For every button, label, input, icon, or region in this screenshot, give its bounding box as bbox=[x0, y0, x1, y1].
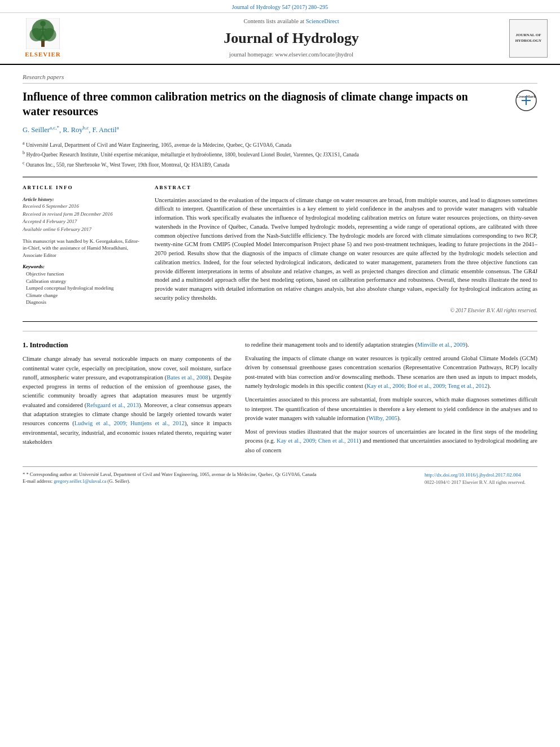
accepted-date: Accepted 4 February 2017 bbox=[23, 218, 141, 225]
article-title-text: Influence of three common calibration me… bbox=[23, 90, 468, 117]
article-info-title: ARTICLE INFO bbox=[23, 184, 141, 191]
intro-title: Introduction bbox=[30, 341, 68, 349]
crossmark-logo: CrossMark bbox=[515, 89, 537, 112]
cite-kay-boe-teng[interactable]: Kay et al., 2006; Boé et al., 2009; Teng… bbox=[367, 383, 488, 389]
elsevier-logo-area: ELSEVIER bbox=[9, 18, 77, 59]
intro-paragraph-4: Uncertainties associated to this process… bbox=[245, 395, 537, 423]
cite-ludwig[interactable]: Ludwig et al., 2009; Huntjens et al., 20… bbox=[75, 420, 185, 426]
svg-point-5 bbox=[40, 21, 46, 27]
intro-paragraph-1: Climate change already has several notic… bbox=[23, 355, 231, 447]
elsevier-logo: ELSEVIER bbox=[25, 18, 61, 59]
author-roy: R. Roy bbox=[63, 126, 82, 134]
author-anctil: F. Anctil bbox=[93, 126, 117, 134]
author-seiller: G. Seiller bbox=[23, 126, 50, 134]
intro-paragraph-2: to redefine their management tools and t… bbox=[245, 340, 537, 350]
homepage-line: journal homepage: www.elsevier.com/locat… bbox=[77, 51, 506, 59]
footer-area: * * Corresponding author at: Université … bbox=[23, 466, 537, 486]
email-link[interactable]: gregory.seiller.1@ulaval.ca bbox=[54, 478, 106, 484]
contents-available-line: Contents lists available at ScienceDirec… bbox=[77, 18, 506, 26]
svg-point-3 bbox=[29, 28, 43, 41]
science-direct-link[interactable]: ScienceDirect bbox=[306, 18, 339, 24]
abstract-column: ABSTRACT Uncertainties associated to the… bbox=[155, 184, 537, 314]
journal-citation: Journal of Hydrology 547 (2017) 280–295 bbox=[232, 4, 328, 10]
affil-c-text: Ouranos Inc., 550, rue Sherbrooke W., We… bbox=[26, 162, 230, 168]
article-info-column: ARTICLE INFO Article history: Received 6… bbox=[23, 184, 141, 314]
journal-header-center: Contents lists available at ScienceDirec… bbox=[77, 18, 506, 59]
main-content: Research papers Influence of three commo… bbox=[0, 65, 560, 495]
svg-point-4 bbox=[43, 28, 56, 41]
cite-refsgaard[interactable]: Refsgaard et al., 2013 bbox=[86, 402, 139, 408]
journal-logo-text: JOURNAL OFHYDROLOGY bbox=[515, 33, 542, 44]
affil-b-text: Hydro-Quebec Research Institute, Unité e… bbox=[26, 152, 358, 158]
cite-kay-chen[interactable]: Kay et al., 2009; Chen et al., 2011 bbox=[277, 438, 359, 444]
section-label: Research papers bbox=[23, 73, 537, 84]
affiliation-c: c Ouranos Inc., 550, rue Sherbrooke W., … bbox=[23, 160, 537, 169]
cite-bates[interactable]: Bates et al., 2008 bbox=[167, 374, 208, 381]
revised-date: Received in revised form 28 December 201… bbox=[23, 211, 141, 218]
corresponding-note: * * Corresponding author at: Université … bbox=[23, 471, 413, 478]
issn-text: 0022-1694/© 2017 Elsevier B.V. All right… bbox=[425, 479, 537, 486]
journal-header: ELSEVIER Contents lists available at Sci… bbox=[0, 13, 560, 65]
cite-wilby[interactable]: Wilby, 2005 bbox=[369, 415, 397, 421]
footnote-block: * * Corresponding author at: Université … bbox=[23, 471, 413, 485]
journal-logo-area: JOURNAL OFHYDROLOGY bbox=[506, 19, 551, 58]
available-date: Available online 6 February 2017 bbox=[23, 226, 141, 233]
email-footnote: E-mail address: gregory.seiller.1@ulaval… bbox=[23, 478, 413, 485]
elsevier-tree-icon bbox=[26, 18, 60, 49]
journal-logo: JOURNAL OFHYDROLOGY bbox=[509, 19, 548, 58]
history-label: Article history: bbox=[23, 196, 141, 203]
affiliation-a: a Université Laval, Department of Civil … bbox=[23, 140, 537, 149]
affiliations-block: a Université Laval, Department of Civil … bbox=[23, 140, 537, 169]
abstract-text: Uncertainties associated to the evaluati… bbox=[155, 196, 537, 303]
article-info-abstract-section: ARTICLE INFO Article history: Received 6… bbox=[23, 177, 537, 322]
section-divider bbox=[23, 331, 537, 331]
intro-heading: 1. Introduction bbox=[23, 340, 231, 351]
editor-note: This manuscript was handled by K. Georga… bbox=[23, 238, 141, 259]
footer-right: http://dx.doi.org/10.1016/j.jhydrol.2017… bbox=[425, 471, 537, 486]
keyword-4: Climate change bbox=[26, 292, 141, 299]
doi-link[interactable]: http://dx.doi.org/10.1016/j.jhydrol.2017… bbox=[425, 471, 537, 479]
introduction-right-column: to redefine their management tools and t… bbox=[245, 340, 537, 460]
keyword-2: Calibration strategy bbox=[26, 278, 141, 285]
keyword-1: Objective function bbox=[26, 270, 141, 278]
authors-line: G. Seillera,c,*, R. Royb,c, F. Anctila bbox=[23, 124, 537, 136]
received-date: Received 6 September 2016 bbox=[23, 203, 141, 210]
abstract-title: ABSTRACT bbox=[155, 184, 537, 191]
introduction-section: 1. Introduction Climate change already h… bbox=[23, 340, 537, 460]
contents-text: Contents lists available at bbox=[243, 18, 304, 24]
keywords-label: Keywords: bbox=[23, 263, 141, 270]
email-person: (G. Seiller). bbox=[107, 478, 130, 484]
homepage-text: journal homepage: www.elsevier.com/locat… bbox=[229, 51, 353, 58]
keyword-5: Diagnosis bbox=[26, 299, 141, 306]
keywords-section: Keywords: Objective function Calibration… bbox=[23, 263, 141, 306]
intro-number: 1. bbox=[23, 341, 28, 349]
affil-a-text: Université Laval, Department of Civil an… bbox=[26, 142, 291, 148]
journal-name: Journal of Hydrology bbox=[77, 28, 506, 49]
affiliation-b: b Hydro-Quebec Research Institute, Unité… bbox=[23, 150, 537, 159]
copyright-line: © 2017 Elsevier B.V. All rights reserved… bbox=[155, 307, 537, 314]
elsevier-label: ELSEVIER bbox=[25, 50, 61, 59]
corresponding-note-text: * Corresponding author at: Université La… bbox=[26, 471, 316, 477]
crossmark-icon: CrossMark bbox=[515, 89, 537, 112]
intro-paragraph-3: Evaluating the impacts of climate change… bbox=[245, 354, 537, 391]
intro-paragraph-5: Most of previous studies illustrated tha… bbox=[245, 427, 537, 455]
article-history-section: Article history: Received 6 September 20… bbox=[23, 196, 141, 233]
keyword-3: Lumped conceptual hydrological modeling bbox=[26, 285, 141, 292]
email-label: E-mail address: bbox=[23, 478, 53, 484]
article-title-block: Influence of three common calibration me… bbox=[23, 89, 537, 119]
introduction-left-column: 1. Introduction Climate change already h… bbox=[23, 340, 231, 460]
journal-citation-bar: Journal of Hydrology 547 (2017) 280–295 bbox=[0, 0, 560, 13]
cite-minville[interactable]: Minville et al., 2009 bbox=[417, 342, 465, 348]
